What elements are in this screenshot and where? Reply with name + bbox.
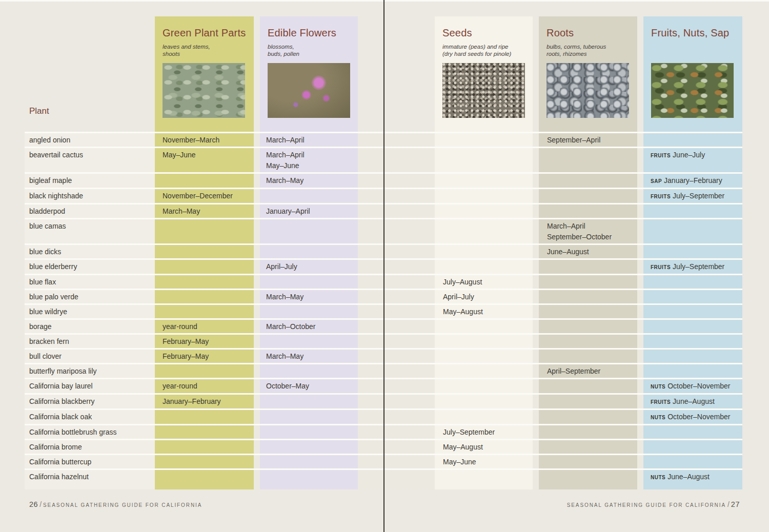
cell-roots	[539, 204, 637, 218]
cell-fruits	[643, 320, 742, 333]
cell-spacer	[533, 335, 539, 348]
cell-seeds	[435, 364, 533, 378]
cell-spacer	[533, 174, 539, 188]
cell-spacer	[637, 245, 643, 258]
cell-spacer	[254, 189, 260, 203]
cell-spacer	[254, 204, 260, 218]
cell-green	[155, 440, 254, 454]
part-tag: FRUITS	[651, 194, 671, 199]
cell-roots: April–September	[539, 364, 637, 378]
cell-spacer	[358, 350, 435, 363]
footer-right: SEASONAL GATHERING GUIDE FOR CALIFORNIA/…	[567, 500, 740, 509]
cell-fruits	[643, 290, 742, 303]
cell-spacer	[358, 410, 435, 424]
cell-spacer	[358, 335, 435, 348]
cell-roots: June–August	[539, 245, 637, 258]
cell-spacer	[533, 148, 539, 172]
cell-spacer	[254, 245, 260, 258]
cell-spacer	[358, 395, 435, 408]
cell-roots	[539, 148, 637, 172]
cell-flowers: March–May	[260, 290, 358, 303]
cell-spacer	[533, 204, 539, 218]
cell-spacer	[358, 455, 435, 468]
cell-roots	[539, 395, 637, 408]
cell-spacer	[533, 364, 539, 378]
cell-spacer	[533, 410, 539, 424]
cell-seeds	[435, 320, 533, 333]
cell-spacer	[358, 189, 435, 203]
cell-spacer	[358, 260, 435, 274]
cell-spacer	[358, 219, 435, 243]
cell-spacer	[637, 395, 643, 408]
cell-spacer	[533, 133, 539, 147]
footer-left: 26/SEASONAL GATHERING GUIDE FOR CALIFORN…	[29, 500, 202, 509]
cell-flowers: March–AprilMay–June	[260, 148, 358, 172]
cell-seeds: July–August	[435, 275, 533, 289]
cell-spacer	[358, 364, 435, 378]
plant-column-heading: Plant	[29, 106, 49, 116]
cell-spacer	[533, 189, 539, 203]
cell-spacer	[533, 395, 539, 408]
cell-flowers	[260, 245, 358, 258]
cell-roots: September–April	[539, 133, 637, 147]
cell-fruits: FRUITSJuly–September	[643, 260, 742, 274]
cell-fruits	[643, 275, 742, 289]
book-spread: Green Plant Partsleaves and stems, shoot…	[0, 0, 769, 532]
cell-plant: angled onion	[25, 133, 155, 147]
cell-flowers	[260, 275, 358, 289]
part-tag: NUTS	[651, 475, 665, 480]
cell-spacer	[358, 133, 435, 147]
foliage-fruit-photo	[651, 63, 734, 118]
cell-green	[155, 174, 254, 188]
cell-fruits: NUTSOctober–November	[643, 379, 742, 393]
cell-seeds	[435, 174, 533, 188]
cell-fruits: NUTSOctober–November	[643, 410, 742, 424]
column-title: Green Plant Parts	[163, 27, 254, 39]
cell-fruits: FRUITSJune–July	[643, 148, 742, 172]
cell-fruits	[643, 364, 742, 378]
cell-flowers	[260, 440, 358, 454]
cell-green	[155, 219, 254, 243]
cell-spacer	[254, 425, 260, 439]
cell-plant: California black oak	[25, 410, 155, 424]
cell-plant: California bay laurel	[25, 379, 155, 393]
cell-green: February–May	[155, 335, 254, 348]
cell-spacer	[254, 148, 260, 172]
cell-flowers: October–May	[260, 379, 358, 393]
cell-spacer	[358, 320, 435, 333]
cell-plant: California brome	[25, 440, 155, 454]
cell-plant: black nightshade	[25, 189, 155, 203]
page-number-right: 27	[731, 500, 740, 508]
cell-spacer	[254, 305, 260, 318]
column-header-fruits: Fruits, Nuts, Sap	[643, 16, 742, 132]
cell-spacer	[358, 440, 435, 454]
cell-spacer	[533, 305, 539, 318]
cell-spacer	[533, 290, 539, 303]
cell-roots	[539, 275, 637, 289]
cell-plant: blue palo verde	[25, 290, 155, 303]
column-title: Seeds	[442, 27, 533, 39]
cell-fruits: FRUITSJune–August	[643, 395, 742, 408]
cell-spacer	[358, 290, 435, 303]
cell-spacer	[254, 133, 260, 147]
cell-spacer	[637, 425, 643, 439]
cell-flowers	[260, 219, 358, 243]
cell-flowers	[260, 425, 358, 439]
pink-flower-photo	[268, 63, 350, 118]
cell-green	[155, 364, 254, 378]
page-gutter-line	[383, 0, 385, 532]
cell-green	[155, 245, 254, 258]
cell-green	[155, 410, 254, 424]
cell-green	[155, 260, 254, 274]
cell-plant: borage	[25, 320, 155, 333]
cell-green: November–December	[155, 189, 254, 203]
cell-spacer	[254, 350, 260, 363]
column-header-green: Green Plant Partsleaves and stems, shoot…	[155, 16, 254, 132]
cell-spacer	[254, 275, 260, 289]
cell-spacer	[533, 440, 539, 454]
cell-green: November–March	[155, 133, 254, 147]
cell-spacer	[254, 395, 260, 408]
column-subtitle: leaves and stems, shoots	[163, 43, 254, 57]
cell-plant: blue elderberry	[25, 260, 155, 274]
cell-spacer	[637, 219, 643, 243]
